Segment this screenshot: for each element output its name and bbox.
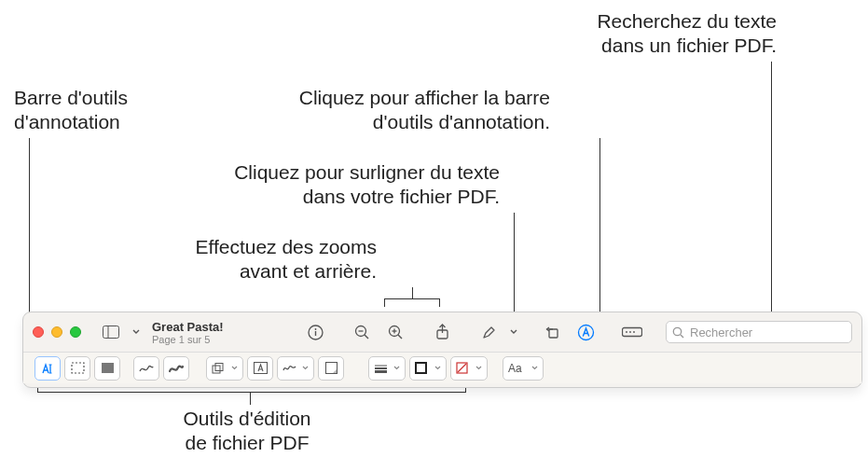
svg-rect-26 [102,363,114,373]
leader [412,287,413,298]
zoom-window-icon[interactable] [70,326,81,338]
svg-point-3 [314,328,316,330]
callout-zoom: Effectuez des zoomsavant et arrière. [190,235,377,284]
window-controls [33,326,81,338]
leader [514,213,515,317]
callout-highlight: Cliquez pour surligner du textedans votr… [183,160,500,210]
text-box-tool[interactable] [247,356,273,381]
search-placeholder: Rechercher [690,326,752,339]
sign-tool[interactable] [277,356,314,381]
sidebar-button[interactable] [98,319,124,345]
highlight-menu-chevron[interactable] [509,329,518,335]
leader [250,393,251,405]
text-selection-tool[interactable] [34,356,61,381]
svg-line-6 [365,335,368,339]
form-fields-button[interactable] [619,319,645,345]
close-icon[interactable] [33,326,44,338]
zoom-out-button[interactable] [349,319,375,345]
document-title: Great Pasta! [152,320,273,334]
svg-rect-14 [549,329,558,338]
callout-search: Recherchez du textedans un fichier PDF. [506,9,777,59]
sketch-tool[interactable] [133,356,159,381]
minimize-icon[interactable] [51,326,62,338]
svg-line-9 [398,335,402,339]
callout-annot-toolbar: Barre d'outilsd'annotation [14,86,145,135]
highlight-button[interactable] [475,319,502,345]
redact-tool[interactable] [94,356,120,381]
svg-point-17 [626,331,627,333]
info-button[interactable] [302,319,328,345]
leader [771,62,772,317]
callout-edit-tools: Outils d'éditionde fichier PDF [158,407,336,456]
svg-point-20 [673,327,681,335]
title-block: Great Pasta! Page 1 sur 5 [152,320,273,345]
svg-rect-34 [416,363,426,373]
stroke-style-tool[interactable] [368,356,406,381]
svg-line-21 [681,335,683,338]
stroke-color-tool[interactable] [409,356,447,381]
fill-color-tool[interactable] [450,356,488,381]
svg-rect-4 [314,331,315,336]
preview-window: Great Pasta! Page 1 sur 5 [22,312,862,388]
svg-line-36 [458,364,466,372]
sidebar-menu-chevron[interactable] [131,329,141,335]
markup-toolbar: Aa [23,352,861,383]
search-icon [672,326,684,339]
markup-toolbar-button[interactable] [572,319,599,345]
shapes-tool[interactable] [206,356,243,381]
bracket-edit [37,392,466,393]
svg-rect-27 [213,366,220,373]
svg-point-18 [629,331,631,333]
note-tool[interactable] [318,356,344,381]
zoom-in-button[interactable] [382,319,408,345]
page-indicator: Page 1 sur 5 [152,334,273,345]
text-style-tool[interactable]: Aa [503,356,544,381]
svg-point-19 [633,331,635,333]
rect-selection-tool[interactable] [64,356,90,381]
leader [599,138,600,317]
callout-show-annot: Cliquez pour afficher la barred'outils d… [252,86,550,135]
svg-rect-0 [103,326,119,339]
share-button[interactable] [429,319,455,345]
svg-rect-25 [72,363,84,373]
rotate-button[interactable] [539,319,565,345]
bracket-zoom [384,298,440,299]
draw-tool[interactable] [163,356,189,381]
svg-rect-28 [215,363,223,370]
titlebar: Great Pasta! Page 1 sur 5 [23,312,861,352]
search-field[interactable]: Rechercher [666,321,852,343]
svg-rect-16 [623,328,642,337]
